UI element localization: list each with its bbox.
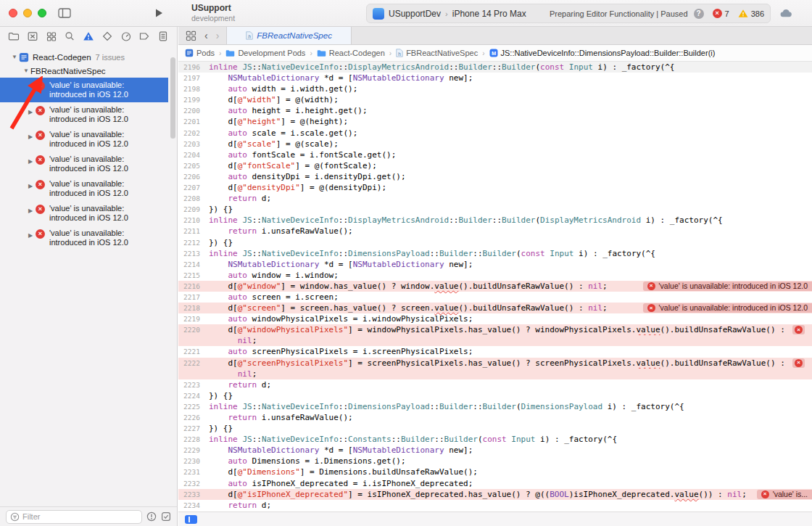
code-line-error[interactable]: 2233 d[@"isIPhoneX_deprecated"] = isIPho…	[178, 489, 812, 500]
go-forward-icon[interactable]: ›	[216, 30, 220, 41]
inline-error-badge[interactable]: ×'value' is unavailable: introduced in i…	[643, 282, 812, 291]
project-navigator-icon[interactable]	[7, 30, 20, 43]
run-destination[interactable]: iPhone 14 Pro Max	[452, 9, 526, 19]
code-line[interactable]: 2226 return i.unsafeRawValue();	[178, 412, 812, 423]
code-line[interactable]: 2200 auto height = i.height.get();	[178, 105, 812, 116]
issue-item[interactable]: ▶×'value' is unavailable:introduced in i…	[0, 152, 177, 176]
code-line[interactable]: 2201 d[@"height"] = @(height);	[178, 116, 812, 127]
report-navigator-icon[interactable]	[157, 30, 170, 43]
code-line[interactable]: 2209}) {}	[178, 204, 812, 215]
error-count-badge[interactable]: × 7	[713, 9, 729, 18]
chevron-down-icon[interactable]: ▼	[10, 54, 19, 60]
breadcrumb-item[interactable]: hFBReactNativeSpec	[396, 49, 478, 57]
code-line[interactable]: 2221 auto screenPhysicalPixels = i.scree…	[178, 346, 812, 357]
run-button[interactable]	[154, 8, 164, 21]
filter-input[interactable]	[20, 512, 138, 521]
close-window-button[interactable]	[9, 9, 17, 17]
inline-error-badge[interactable]: ×	[792, 358, 805, 368]
code-line[interactable]: 2223 return d;	[178, 379, 812, 390]
editor-layout-grid-icon[interactable]	[186, 30, 196, 41]
code-line[interactable]: 2207 d[@"densityDpi"] = @(densityDpi);	[178, 182, 812, 193]
tree-row-file-group[interactable]: ▼ FBReactNativeSpec	[0, 64, 177, 78]
warning-count-badge[interactable]: 386	[738, 9, 764, 18]
code-line[interactable]: 2215 auto window = i.window;	[178, 270, 812, 281]
cloud-status-icon[interactable]	[779, 7, 793, 21]
chevron-right-icon[interactable]: ▶	[26, 107, 35, 117]
chevron-down-icon[interactable]: ▼	[22, 67, 30, 74]
code-line[interactable]: 2206 auto densityDpi = i.densityDpi.get(…	[178, 171, 812, 182]
breadcrumb-separator: ›	[482, 49, 484, 57]
code-line[interactable]: 2208 return d;	[178, 193, 812, 204]
source-control-navigator-icon[interactable]	[26, 30, 39, 43]
code-line[interactable]: 2197 NSMutableDictionary *d = [NSMutable…	[178, 73, 812, 83]
code-line[interactable]: 2211 return i.unsafeRawValue();	[178, 226, 812, 237]
code-line[interactable]: 2198 auto width = i.width.get();	[178, 83, 812, 94]
code-line-error[interactable]: nil;	[178, 369, 812, 379]
code-line[interactable]: 2225inline JS::NativeDeviceInfo::Dimensi…	[178, 401, 812, 412]
show-errors-only-icon[interactable]	[146, 511, 157, 522]
issue-item[interactable]: ▶×'value' is unavailable:introduced in i…	[0, 226, 177, 250]
issue-navigator-icon[interactable]	[82, 30, 95, 43]
chevron-right-icon[interactable]: ▶	[26, 231, 35, 240]
tab-fbreactnativespec[interactable]: h FBReactNativeSpec	[226, 27, 352, 44]
code-line[interactable]: 2229 NSMutableDictionary *d = [NSMutable…	[178, 445, 812, 456]
code-line[interactable]: 2196inline JS::NativeDeviceInfo::Display…	[178, 62, 812, 73]
inline-error-badge[interactable]: ×	[792, 325, 805, 334]
code-line[interactable]: 2230 auto Dimensions = i.Dimensions.get(…	[178, 456, 812, 467]
code-editor[interactable]: 2196inline JS::NativeDeviceInfo::Display…	[178, 62, 812, 511]
code-line-error[interactable]: nil;	[178, 335, 812, 346]
find-navigator-icon[interactable]	[63, 30, 76, 43]
test-navigator-icon[interactable]	[101, 30, 114, 43]
filter-field[interactable]	[6, 510, 142, 524]
breadcrumb-item[interactable]: React-Codegen	[317, 49, 385, 57]
minimize-window-button[interactable]	[23, 9, 32, 17]
code-line[interactable]: 2204 auto fontScale = i.fontScale.get();	[178, 149, 812, 160]
editor-options-icon[interactable]	[185, 515, 197, 524]
issue-item[interactable]: ▶×'value' is unavailable:introduced in i…	[0, 102, 177, 127]
code-line[interactable]: 2227}) {}	[178, 423, 812, 434]
code-line[interactable]: 2231 d[@"Dimensions"] = Dimensions.build…	[178, 467, 812, 477]
code-line[interactable]: 2214 NSMutableDictionary *d = [NSMutable…	[178, 259, 812, 270]
chevron-right-icon[interactable]: ▶	[26, 157, 35, 166]
code-line[interactable]: 2212}) {}	[178, 237, 812, 248]
issue-item[interactable]: ▶×'value' is unavailable:introduced in i…	[0, 201, 177, 226]
code-line[interactable]: 2199 d[@"width"] = @(width);	[178, 94, 812, 105]
zoom-window-button[interactable]	[38, 9, 46, 17]
breadcrumb-item[interactable]: MJS::NativeDeviceInfo::DimensionsPayload…	[489, 49, 716, 57]
go-back-icon[interactable]: ‹	[204, 30, 208, 41]
chevron-right-icon[interactable]: ▶	[26, 206, 35, 215]
code-line[interactable]: 2202 auto scale = i.scale.get();	[178, 128, 812, 139]
code-line[interactable]: 2205 d[@"fontScale"] = @(fontScale);	[178, 160, 812, 171]
breadcrumb-item[interactable]: Pods	[185, 49, 215, 57]
breakpoint-navigator-icon[interactable]	[138, 30, 151, 43]
code-line[interactable]: 2210inline JS::NativeDeviceInfo::Display…	[178, 215, 812, 226]
code-line[interactable]: 2203 d[@"scale"] = @(scale);	[178, 139, 812, 149]
toggle-navigator-icon[interactable]	[58, 8, 71, 21]
tree-row-project[interactable]: ▼ React-Codegen 7 issues	[0, 50, 177, 64]
navigator-scrollbar[interactable]	[170, 57, 175, 139]
code-line[interactable]: 2224}) {}	[178, 390, 812, 401]
chevron-right-icon[interactable]: ▶	[26, 132, 35, 141]
code-line[interactable]: 2219 auto windowPhysicalPixels = i.windo…	[178, 313, 812, 324]
symbol-navigator-icon[interactable]	[45, 30, 58, 43]
code-line-error[interactable]: 2222 d[@"screenPhysicalPixels"] = screen…	[178, 358, 812, 369]
help-icon[interactable]: ?	[694, 9, 704, 19]
inline-error-badge[interactable]: ×'value' is...	[757, 490, 812, 499]
code-line-error[interactable]: 2216 d[@"window"] = window.has_value() ?…	[178, 281, 812, 292]
code-line[interactable]: 2228inline JS::NativeDeviceInfo::Constan…	[178, 434, 812, 445]
show-latest-issues-icon[interactable]	[161, 511, 171, 522]
code-line-error[interactable]: 2218 d[@"screen"] = screen.has_value() ?…	[178, 303, 812, 313]
code-line[interactable]: 2213inline JS::NativeDeviceInfo::Dimensi…	[178, 248, 812, 259]
code-line[interactable]: 2234 return d;	[178, 500, 812, 511]
scheme-name[interactable]: USupportDev	[389, 9, 441, 19]
inline-error-badge[interactable]: ×'value' is unavailable: introduced in i…	[643, 303, 812, 313]
debug-navigator-icon[interactable]	[120, 30, 133, 43]
chevron-right-icon[interactable]: ▶	[26, 181, 35, 191]
code-line[interactable]: 2217 auto screen = i.screen;	[178, 292, 812, 303]
code-line[interactable]: 2232 auto isIPhoneX_deprecated = i.isIPh…	[178, 478, 812, 489]
breadcrumb-item[interactable]: Development Pods	[225, 49, 305, 57]
code-line-error[interactable]: 2220 d[@"windowPhysicalPixels"] = window…	[178, 324, 812, 335]
issue-item[interactable]: ▶×'value' is unavailable:introduced in i…	[0, 176, 177, 201]
issue-item[interactable]: ×'value' is unavailable:introduced in iO…	[0, 78, 168, 102]
issue-item[interactable]: ▶×'value' is unavailable:introduced in i…	[0, 127, 177, 152]
